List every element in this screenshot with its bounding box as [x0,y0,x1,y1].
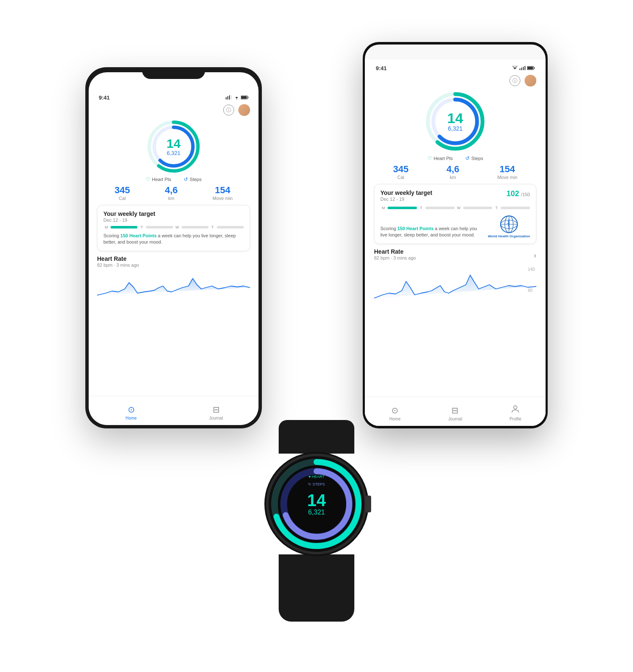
movemin-metric-left: 154 Move min [213,185,233,201]
ring-steps-right: 6,321 [447,125,463,132]
heart-rate-sub-right: 82 bpm · 3 mins ago [374,255,416,260]
svg-rect-2 [229,95,230,100]
weekly-highlight-left: 150 Heart Points [120,233,156,238]
svg-rect-5 [241,96,247,99]
nav-journal-label-left: Journal [209,416,223,420]
profile-icon-right [511,405,520,415]
nav-journal-left[interactable]: ⊟ Journal [174,401,258,420]
nav-profile-label-right: Profile [509,417,521,421]
heart-rate-section-left: Heart Rate 82 bpm · 3 mins ago [97,255,250,304]
who-logo: World Health Organization [488,215,530,239]
watch-strap-top [279,420,354,454]
metrics-labels-right: ♡ Heart Pts ↺ Steps [374,155,536,161]
heart-pts-label-left: ♡ Heart Pts [146,176,171,182]
avatar-left[interactable] [238,104,250,116]
day-bar-t2-r [501,207,530,209]
chevron-right-icon[interactable]: › [534,251,536,260]
ring-number-right: 14 [447,111,463,125]
home-icon-left: ⊙ [128,404,135,415]
nav-journal-label-right: Journal [448,417,462,421]
steps-label-left: ↺ Steps [184,176,201,182]
svg-rect-13 [520,68,520,70]
home-icon-right: ⊙ [391,405,398,415]
nav-home-label-right: Home [389,417,401,421]
nav-home-right[interactable]: ⊙ Home [365,402,425,421]
journal-icon-right: ⊟ [451,405,459,415]
steps-icon-right: ↺ [465,155,469,161]
ring-chart-right: 14 6,321 [374,90,536,153]
weekly-date-left: Dec 12 - 19 [103,218,244,223]
bottom-nav-right: ⊙ Home ⊟ Journal Profile [365,396,546,426]
weekly-title-left: Your weekly target [103,210,244,217]
day-bar-t2 [217,226,244,228]
day-bar-m [111,226,137,228]
svg-rect-16 [525,66,525,70]
movemin-metric-right: 154 Move min [497,164,517,180]
heart-rate-chart-right: 140 80 [374,265,536,307]
metrics-row-left: 345 Cal 4,6 km 154 Move min [97,185,250,201]
info-icon-right[interactable]: ⓘ [509,75,520,86]
svg-rect-6 [248,97,249,98]
svg-rect-15 [523,67,524,70]
nav-home-left[interactable]: ⊙ Home [89,401,174,420]
watch-center: 14 6,321 [307,492,326,516]
heart-rate-header-right: Heart Rate 82 bpm · 3 mins ago › [374,248,536,263]
iphone-notch [142,67,205,79]
heart-rate-sub-left: 82 bpm · 3 mins ago [97,262,250,268]
svg-rect-14 [521,68,522,70]
journal-icon-left: ⊟ [213,404,220,415]
heart-icon-left: ♡ [146,176,150,182]
steps-icon-left: ↺ [184,176,188,182]
weekly-score-max-right: /150 [521,192,530,197]
ring-number-left: 14 [166,137,180,150]
signal-icon-right [520,66,525,70]
day-dots-left: M T W T [103,225,244,229]
metrics-row-right: 345 Cal 4,6 km 154 Move min [374,164,536,180]
nav-journal-right[interactable]: ⊟ Journal [425,402,485,421]
steps-label-right: ↺ Steps [465,155,483,161]
heart-icon-right: ♡ [427,155,432,161]
phone-right-screen: 9:41 ⓘ [365,45,546,426]
watch-case: ♥ HEART ↻ STEPS 14 6,321 [266,454,367,554]
battery-icon [241,95,248,100]
weekly-text-left: Scoring 150 Heart Points a week can help… [103,233,244,246]
watch-number: 14 [307,492,326,509]
mini-chart-left [97,270,250,304]
svg-point-32 [514,406,517,409]
svg-rect-0 [226,97,227,100]
nav-home-label-left: Home [126,416,137,420]
watch-body: ♥ HEART ↻ STEPS 14 6,321 [262,420,371,622]
watch-steps-label: ↻ STEPS [308,482,325,486]
svg-text:80: 80 [528,288,533,293]
mini-chart-right: 140 80 [374,265,536,307]
weekly-card-left: Your weekly target Dec 12 - 19 M T W T S… [97,205,250,251]
km-metric-right: 4,6 km [446,164,459,180]
wifi-icon-right [512,66,518,70]
svg-rect-1 [227,96,228,100]
day-bar-t1-r [425,207,455,209]
day-dots-right: M T W T [380,206,530,210]
status-bar-right: 9:41 [374,64,536,72]
watch-steps: 6,321 [307,509,326,516]
heart-pts-label-right: ♡ Heart Pts [427,155,453,161]
day-bar-m-r [388,207,417,209]
avatar-right[interactable] [525,75,536,87]
day-bar-w [182,226,208,228]
scene: 9:41 ⓘ [85,42,548,630]
cal-metric-right: 345 Cal [393,164,409,180]
status-icons-right [512,66,535,70]
ring-steps-left: 6,321 [166,150,180,156]
info-icon-left[interactable]: ⓘ [223,105,234,116]
app-header-right: ⓘ [374,72,536,88]
phone-right: 9:41 ⓘ [363,42,548,428]
svg-rect-18 [528,67,533,69]
status-time-right: 9:41 [376,65,387,71]
weekly-date-right: Dec 12 - 19 [380,197,432,202]
metrics-labels-left: ♡ Heart Pts ↺ Steps [97,176,250,182]
status-bar-left: 9:41 [97,93,250,102]
nav-profile-right[interactable]: Profile [485,402,546,421]
wifi-icon [234,95,239,100]
who-text-label: World Health Organization [488,234,530,239]
status-time-left: 9:41 [99,94,110,101]
who-emblem [500,215,518,234]
